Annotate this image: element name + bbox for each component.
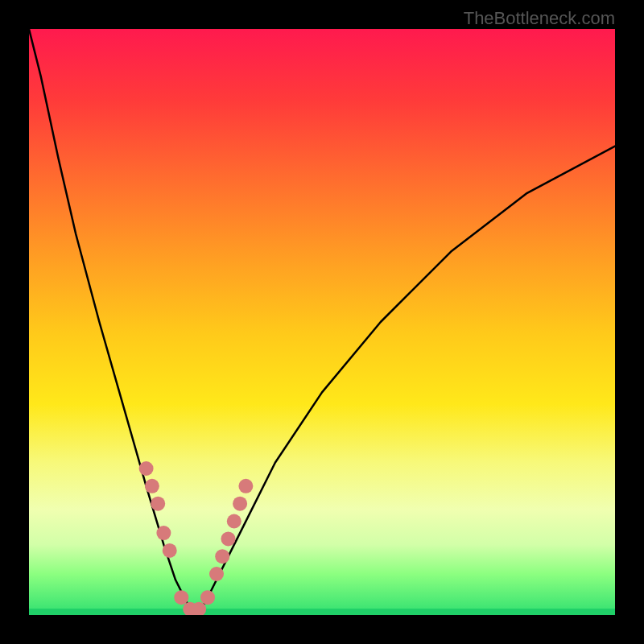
svg-point-4 <box>163 543 177 558</box>
svg-point-13 <box>233 497 247 511</box>
curve-line <box>29 29 615 612</box>
svg-point-9 <box>209 567 224 581</box>
svg-point-11 <box>221 531 236 546</box>
svg-point-8 <box>200 590 215 605</box>
svg-point-10 <box>215 549 229 564</box>
chart-container: TheBottleneck.com <box>0 0 644 644</box>
svg-point-2 <box>151 497 165 511</box>
svg-point-3 <box>156 526 171 540</box>
svg-point-5 <box>174 590 188 605</box>
svg-point-1 <box>145 479 159 493</box>
plot-area <box>29 29 615 615</box>
watermark-text: TheBottleneck.com <box>464 8 615 29</box>
highlight-markers <box>139 461 254 615</box>
chart-svg <box>29 29 615 615</box>
svg-point-14 <box>238 479 253 493</box>
svg-point-0 <box>139 461 154 476</box>
svg-point-12 <box>227 514 242 529</box>
